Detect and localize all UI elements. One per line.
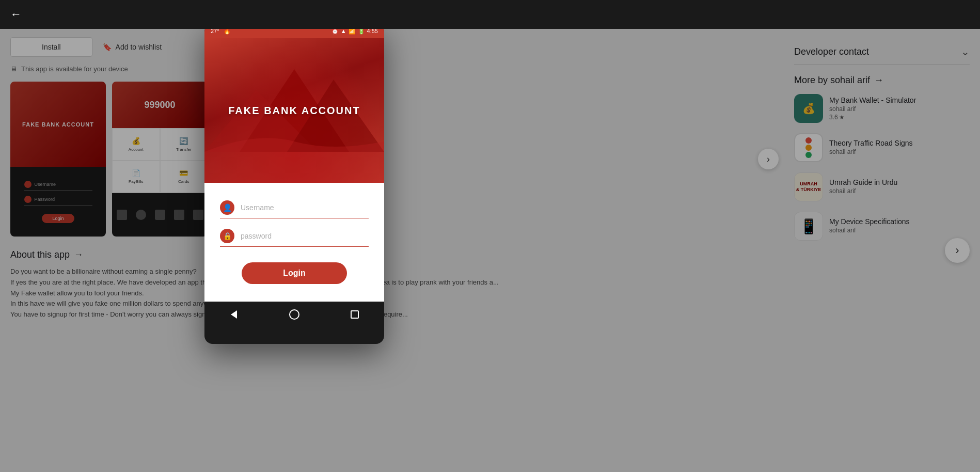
lock-icon: 🔒	[220, 229, 234, 243]
signal-icon: 📶	[349, 29, 356, 35]
flame-icon: 🔥	[224, 29, 231, 35]
wifi-icon: ▲	[341, 29, 346, 34]
back-button[interactable]: ←	[10, 8, 22, 21]
user-icon: 👤	[220, 200, 234, 215]
overlay-app-title: FAKE BANK ACCOUNT	[228, 105, 360, 117]
password-field[interactable]: 🔒 password	[220, 229, 369, 247]
alarm-icon: ⏰	[331, 29, 339, 35]
phone-white-section: 👤 Username 🔒 password Login	[204, 183, 384, 302]
password-input[interactable]: password	[241, 232, 369, 240]
back-nav-icon[interactable]	[231, 310, 237, 319]
recents-nav-icon[interactable]	[351, 310, 359, 319]
battery-icon: 🔋	[358, 29, 365, 35]
status-right: ⏰ ▲ 📶 🔋 4:55	[331, 29, 378, 35]
phone-nav-bar	[204, 302, 384, 327]
status-time: 4:55	[367, 29, 378, 34]
overlay-backdrop	[0, 29, 980, 472]
phone-overlay: 27° 🔥 ⏰ ▲ 📶 🔋 4:55 FA	[204, 29, 384, 344]
top-bar: ←	[0, 0, 980, 29]
login-button[interactable]: Login	[242, 262, 347, 284]
phone-status-bar: 27° 🔥 ⏰ ▲ 📶 🔋 4:55	[204, 29, 384, 38]
temperature: 27°	[211, 29, 219, 34]
home-nav-icon[interactable]	[289, 309, 299, 320]
status-left: 27° 🔥	[211, 29, 231, 35]
username-input[interactable]: Username	[241, 203, 369, 212]
username-field[interactable]: 👤 Username	[220, 200, 369, 218]
phone-red-section: FAKE BANK ACCOUNT	[204, 38, 384, 183]
main-content: Install 🔖 Add to wishlist 🖥 This app is …	[0, 29, 980, 472]
